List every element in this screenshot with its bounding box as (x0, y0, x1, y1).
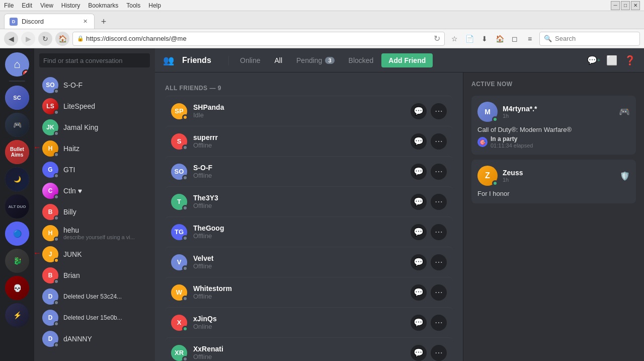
dm-status-junk (54, 258, 59, 263)
search-icon: 🔍 (544, 35, 552, 42)
dm-name-junk: JUNK (63, 250, 82, 258)
new-dm-icon[interactable]: 💬+ (588, 54, 600, 66)
more-velvet-button[interactable]: ⋯ (431, 254, 447, 270)
tab-blocked[interactable]: Blocked (343, 54, 380, 66)
reader-mode-icon[interactable]: 📄 (463, 32, 476, 45)
message-the3y3-button[interactable]: 💬 (411, 194, 427, 210)
dm-item-sof[interactable]: SO S-O-F (38, 75, 151, 96)
header-actions: 💬+ ⬜ ❓ (588, 54, 636, 66)
friend-status-whitestorm: Offline (193, 293, 405, 300)
more-sof-button[interactable]: ⋯ (431, 164, 447, 180)
friend-info-shpanda: SHPanda Idle (193, 103, 405, 119)
message-whitestorm-button[interactable]: 💬 (411, 284, 427, 301)
server-icon-bullet[interactable]: Bullet Aims (5, 140, 29, 164)
tab-pending[interactable]: Pending 3 (290, 54, 341, 66)
inbox-icon[interactable]: ⬜ (606, 54, 618, 66)
active-party-m4rtyna: 🎯 In a party 01:11:34 elapsed (477, 135, 630, 149)
message-shpanda-button[interactable]: 💬 (411, 103, 427, 119)
menu-help[interactable]: Help (148, 2, 161, 9)
tab-all[interactable]: All (268, 54, 288, 66)
dm-item-brian[interactable]: B Brian (38, 265, 151, 286)
menu-tools[interactable]: Tools (126, 2, 140, 9)
dm-name-ctln: Ctln ♥ (63, 187, 82, 195)
friend-item-thegoog[interactable]: TG TheGoog Offline 💬 ⋯ (165, 216, 453, 247)
dm-item-gti[interactable]: G GTI (38, 159, 151, 180)
server-icon-6[interactable]: 🔵 (5, 222, 29, 246)
more-the3y3-button[interactable]: ⋯ (431, 194, 447, 210)
dm-search-bar[interactable]: Find or start a conversation (39, 53, 150, 67)
server-icon-altduo[interactable]: ALT DUO (5, 194, 29, 219)
dm-status-haitz (54, 152, 59, 157)
dm-item-litespeed[interactable]: LS LiteSpeed (38, 96, 151, 117)
friend-item-sof[interactable]: SO S-O-F Offline 💬 ⋯ (165, 156, 453, 186)
dm-item-deleted1[interactable]: D Deleted User 53c24... (38, 286, 151, 307)
server-icon-1[interactable]: SC (5, 86, 29, 110)
add-friend-button[interactable]: Add Friend (381, 53, 433, 67)
browser-search-bar[interactable]: 🔍 Search (539, 32, 640, 46)
message-velvet-button[interactable]: 💬 (411, 254, 427, 270)
friend-item-the3y3[interactable]: T The3Y3 Offline 💬 ⋯ (165, 186, 453, 216)
friends-section-header: ALL FRIENDS — 9 (165, 81, 453, 96)
bookmarks-star-icon[interactable]: ☆ (448, 32, 461, 45)
menu-view[interactable]: View (40, 2, 53, 9)
server-icon-7[interactable]: 🐉 (5, 249, 29, 273)
more-xxrenati-button[interactable]: ⋯ (431, 345, 447, 361)
maximize-button[interactable]: □ (621, 1, 630, 10)
friend-item-velvet[interactable]: V Velvet Offline 💬 ⋯ (165, 247, 453, 277)
tab-close-button[interactable]: ✕ (81, 18, 89, 26)
dm-item-junk[interactable]: J JUNK ← (38, 244, 151, 265)
menu-dots-icon[interactable]: ≡ (523, 32, 536, 45)
friend-item-xxrenati[interactable]: XR XxRenati Offline 💬 ⋯ (165, 337, 453, 361)
more-superrr-button[interactable]: ⋯ (431, 133, 447, 150)
dm-item-ctln[interactable]: C Ctln ♥ (38, 180, 151, 201)
message-superrr-button[interactable]: 💬 (411, 133, 427, 150)
menu-file[interactable]: File (4, 2, 14, 9)
server-icon-2[interactable]: 🎮 (5, 113, 29, 137)
message-xxrenati-button[interactable]: 💬 (411, 345, 427, 361)
friend-item-xjinqs[interactable]: X xJinQs Online 💬 ⋯ (165, 307, 453, 337)
browser-tab-discord[interactable]: D Discord ✕ (4, 14, 95, 29)
friend-item-shpanda[interactable]: SP SHPanda Idle 💬 ⋯ (165, 96, 453, 126)
dm-item-billy[interactable]: B Billy (38, 201, 151, 223)
server-icon-4[interactable]: 🌙 (5, 167, 29, 191)
close-button[interactable]: ✕ (631, 1, 640, 10)
home-button[interactable]: 🏠 (55, 32, 69, 46)
minimize-button[interactable]: ─ (611, 1, 620, 10)
dm-item-content-billy: Billy (63, 208, 76, 216)
more-xjinqs-button[interactable]: ⋯ (431, 315, 447, 331)
help-icon[interactable]: ❓ (624, 54, 636, 66)
refresh-button[interactable]: ↻ (38, 32, 52, 46)
go-home-icon[interactable]: 🏠 (493, 32, 506, 45)
message-thegoog-button[interactable]: 💬 (411, 224, 427, 240)
dm-item-haitz[interactable]: H Haitz ← (38, 138, 151, 159)
dm-item-deleted2[interactable]: D Deleted User 15e0b... (38, 307, 151, 328)
server-icon-9[interactable]: ⚡ (5, 303, 29, 327)
pocket-icon[interactable]: ◻ (508, 32, 521, 45)
friend-item-whitestorm[interactable]: W Whitestorm Offline 💬 ⋯ (165, 277, 453, 307)
game-label-m4rtyna: Call of Duty®: Modern Warfare® (477, 126, 572, 133)
dm-item-jamal[interactable]: JK Jamal King (38, 117, 151, 138)
more-shpanda-button[interactable]: ⋯ (431, 103, 447, 119)
controller-icon-m4rtyna: 🎮 (619, 106, 630, 117)
active-user-card-m4rtyna[interactable]: M M4rtyna*.* 1h 🎮 Call of Duty®: Modern … (471, 96, 636, 155)
server-icon-8[interactable]: 💀 (5, 276, 29, 300)
menu-edit[interactable]: Edit (22, 2, 32, 9)
message-xjinqs-button[interactable]: 💬 (411, 315, 427, 331)
dm-item-dannny[interactable]: D dANNNY (38, 328, 151, 349)
back-button[interactable]: ◀ (4, 32, 18, 46)
menu-bookmarks[interactable]: Bookmarks (88, 2, 118, 9)
menu-history[interactable]: History (61, 2, 80, 9)
url-bar[interactable]: 🔒 https://discord.com/channels/@me ↻ (72, 32, 445, 46)
new-tab-button[interactable]: + (97, 15, 111, 29)
message-sof-button[interactable]: 💬 (411, 164, 427, 180)
tab-online[interactable]: Online (234, 54, 266, 66)
more-thegoog-button[interactable]: ⋯ (431, 224, 447, 240)
forward-button[interactable]: ▶ (21, 32, 35, 46)
home-server-icon[interactable]: ⌂ 3 (5, 52, 29, 77)
friend-status-the3y3: Offline (193, 202, 405, 209)
more-whitestorm-button[interactable]: ⋯ (431, 284, 447, 301)
download-icon[interactable]: ⬇ (478, 32, 491, 45)
friend-item-superrr[interactable]: S superrr Offline 💬 ⋯ (165, 126, 453, 156)
dm-item-hehu[interactable]: H hehu describe yourself using a vi... (38, 223, 151, 244)
active-user-card-zeuss[interactable]: Z Zeuss 1h 🛡️ For I honor (471, 160, 636, 203)
